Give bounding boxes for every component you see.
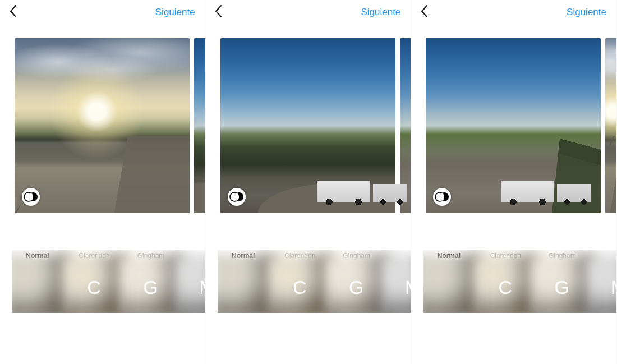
back-button[interactable] bbox=[210, 4, 227, 21]
filter-normal[interactable]: Normal bbox=[423, 250, 475, 313]
back-button[interactable] bbox=[416, 4, 432, 21]
editor-pane-3: Siguiente Normal Clarendon bbox=[411, 0, 617, 364]
top-bar: Siguiente bbox=[411, 0, 616, 25]
filter-thumb: G bbox=[331, 261, 383, 313]
filter-clarendon[interactable]: Clarendon C bbox=[68, 250, 120, 313]
filter-thumb: C bbox=[68, 261, 120, 313]
filter-thumb: M bbox=[388, 261, 411, 313]
chevron-left-icon bbox=[215, 5, 222, 20]
filter-thumb: C bbox=[274, 261, 326, 313]
top-bar: Siguiente bbox=[206, 0, 411, 25]
filter-thumb: G bbox=[536, 261, 588, 313]
next-photo-peek[interactable] bbox=[605, 38, 616, 213]
next-button[interactable]: Siguiente bbox=[361, 7, 400, 18]
next-button[interactable]: Siguiente bbox=[567, 7, 606, 18]
filter-strip[interactable]: Normal Clarendon C Gingham G M M bbox=[218, 250, 411, 313]
filter-gingham[interactable]: Gingham G bbox=[536, 250, 588, 313]
back-button[interactable] bbox=[4, 4, 21, 21]
filter-thumb: C bbox=[480, 261, 531, 313]
filter-moon[interactable]: M M bbox=[388, 250, 411, 313]
top-bar: Siguiente bbox=[0, 0, 205, 25]
filter-strip[interactable]: Normal Clarendon C Gingham G M M bbox=[12, 250, 205, 313]
filter-thumb bbox=[218, 261, 269, 313]
filter-normal[interactable]: Normal bbox=[218, 250, 269, 313]
filter-moon[interactable]: M M bbox=[593, 250, 616, 313]
filter-strip[interactable]: Normal Clarendon C Gingham G M M bbox=[423, 250, 616, 313]
photo-preview[interactable] bbox=[411, 38, 616, 213]
next-photo-peek[interactable] bbox=[400, 38, 411, 213]
chevron-left-icon bbox=[10, 5, 17, 20]
chevron-left-icon bbox=[421, 5, 428, 20]
filter-thumb bbox=[12, 261, 63, 313]
filter-clarendon[interactable]: Clarendon C bbox=[274, 250, 326, 313]
filter-gingham[interactable]: Gingham G bbox=[331, 250, 383, 313]
photo-preview[interactable] bbox=[206, 38, 411, 213]
next-photo-peek[interactable] bbox=[194, 38, 205, 213]
filter-thumb: M bbox=[182, 261, 205, 313]
filter-gingham[interactable]: Gingham G bbox=[125, 250, 177, 313]
filter-thumb: M bbox=[593, 261, 616, 313]
next-button[interactable]: Siguiente bbox=[155, 7, 195, 18]
filter-thumb bbox=[423, 261, 475, 313]
editor-pane-1: Siguiente Normal Clarendon bbox=[0, 0, 206, 364]
photo-preview[interactable] bbox=[0, 38, 205, 213]
editor-pane-2: Siguiente Normal Clarendon bbox=[206, 0, 412, 364]
main-photo bbox=[15, 38, 190, 213]
filter-moon[interactable]: M M bbox=[182, 250, 205, 313]
filter-clarendon[interactable]: Clarendon C bbox=[480, 250, 531, 313]
filter-normal[interactable]: Normal bbox=[12, 250, 63, 313]
main-photo bbox=[426, 38, 601, 213]
filter-thumb: G bbox=[125, 261, 177, 313]
